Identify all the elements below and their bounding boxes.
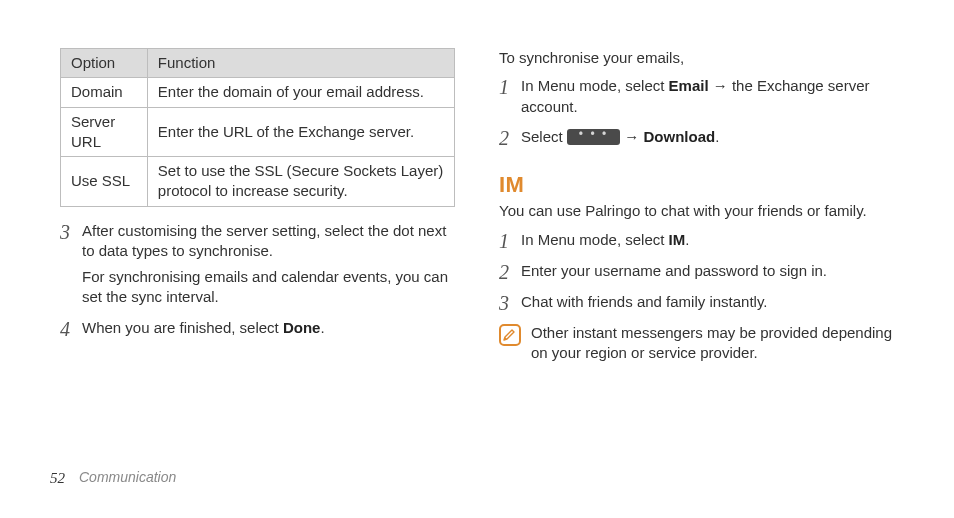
step-body: In Menu mode, select IM. xyxy=(521,230,894,250)
step-text: Chat with friends and family instantly. xyxy=(521,292,894,312)
cell-option: Domain xyxy=(61,78,148,107)
bold-email: Email xyxy=(669,77,709,94)
intro-text: To synchronise your emails, xyxy=(499,48,894,68)
step-body: Select • • • → Download. xyxy=(521,127,894,147)
text-fragment: . xyxy=(320,319,324,336)
sync-step-2: 2 Select • • • → Download. xyxy=(499,127,894,148)
step-number: 1 xyxy=(499,76,521,97)
im-step-2: 2 Enter your username and password to si… xyxy=(499,261,894,282)
step-body: Enter your username and password to sign… xyxy=(521,261,894,281)
step-text: When you are finished, select Done. xyxy=(82,318,455,338)
note-text: Other instant messengers may be provided… xyxy=(531,323,894,364)
step-text: For synchronising emails and calendar ev… xyxy=(82,267,455,308)
section-label: Communication xyxy=(79,468,176,487)
header-option: Option xyxy=(61,49,148,78)
step-number: 3 xyxy=(60,221,82,242)
cell-function: Enter the URL of the Exchange server. xyxy=(147,107,454,157)
step-body: Chat with friends and family instantly. xyxy=(521,292,894,312)
step-number: 2 xyxy=(499,127,521,148)
step-text: Select • • • → Download. xyxy=(521,127,894,147)
step-text: In Menu mode, select Email → the Exchang… xyxy=(521,76,894,117)
step-number: 4 xyxy=(60,318,82,339)
page-number: 52 xyxy=(46,468,69,488)
bold-done: Done xyxy=(283,319,321,336)
note-box: Other instant messengers may be provided… xyxy=(499,323,894,364)
text-fragment: When you are finished, select xyxy=(82,319,283,336)
table-header-row: Option Function xyxy=(61,49,455,78)
left-column: Option Function Domain Enter the domain … xyxy=(60,48,455,363)
table-row: Use SSL Set to use the SSL (Secure Socke… xyxy=(61,157,455,207)
step-body: When you are finished, select Done. xyxy=(82,318,455,338)
im-step-3: 3 Chat with friends and family instantly… xyxy=(499,292,894,313)
text-fragment: In Menu mode, select xyxy=(521,77,669,94)
im-heading: IM xyxy=(499,170,894,200)
right-column: To synchronise your emails, 1 In Menu mo… xyxy=(499,48,894,363)
text-fragment: . xyxy=(715,128,719,145)
step-number: 1 xyxy=(499,230,521,251)
sync-step-1: 1 In Menu mode, select Email → the Excha… xyxy=(499,76,894,117)
im-intro: You can use Palringo to chat with your f… xyxy=(499,201,894,221)
text-fragment: In Menu mode, select xyxy=(521,231,669,248)
step-text: After customising the server setting, se… xyxy=(82,221,455,262)
table-row: Server URL Enter the URL of the Exchange… xyxy=(61,107,455,157)
bold-im: IM xyxy=(669,231,686,248)
step-body: In Menu mode, select Email → the Exchang… xyxy=(521,76,894,117)
bold-download: Download xyxy=(643,128,715,145)
step-body: After customising the server setting, se… xyxy=(82,221,455,308)
header-function: Function xyxy=(147,49,454,78)
cell-function: Enter the domain of your email address. xyxy=(147,78,454,107)
cell-option: Server URL xyxy=(61,107,148,157)
pencil-icon xyxy=(502,327,518,343)
im-step-1: 1 In Menu mode, select IM. xyxy=(499,230,894,251)
two-column-layout: Option Function Domain Enter the domain … xyxy=(60,48,894,363)
step-text: In Menu mode, select IM. xyxy=(521,230,894,250)
table-row: Domain Enter the domain of your email ad… xyxy=(61,78,455,107)
step-text: Enter your username and password to sign… xyxy=(521,261,894,281)
note-icon xyxy=(499,324,521,346)
step-number: 2 xyxy=(499,261,521,282)
step-4: 4 When you are finished, select Done. xyxy=(60,318,455,339)
more-options-key-icon: • • • xyxy=(567,129,620,145)
cell-function: Set to use the SSL (Secure Sockets Layer… xyxy=(147,157,454,207)
step-3: 3 After customising the server setting, … xyxy=(60,221,455,308)
cell-option: Use SSL xyxy=(61,157,148,207)
page-footer: 52 Communication xyxy=(46,468,176,488)
step-number: 3 xyxy=(499,292,521,313)
text-fragment: Select xyxy=(521,128,567,145)
arrow-text: → xyxy=(620,128,643,145)
text-fragment: . xyxy=(685,231,689,248)
options-table: Option Function Domain Enter the domain … xyxy=(60,48,455,207)
manual-page: Option Function Domain Enter the domain … xyxy=(0,0,954,518)
